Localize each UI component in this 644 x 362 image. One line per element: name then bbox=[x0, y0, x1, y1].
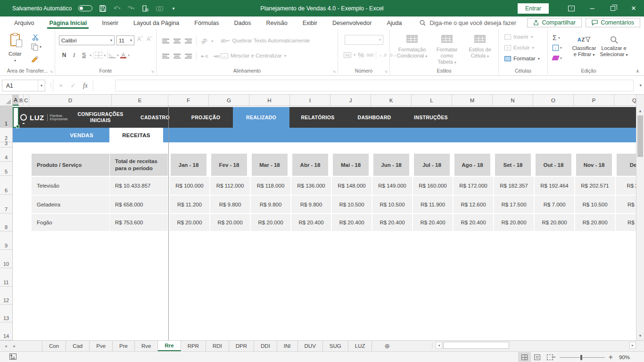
ribbon-display-options-icon[interactable]: ↑ bbox=[561, 0, 582, 16]
page-layout-view-button[interactable] bbox=[531, 352, 544, 362]
autosum-icon[interactable]: Σ bbox=[553, 34, 557, 41]
copy-icon[interactable] bbox=[31, 43, 39, 51]
paste-button[interactable]: Colar bbox=[8, 51, 21, 57]
save-icon[interactable] bbox=[99, 5, 107, 12]
font-color-icon[interactable]: A bbox=[120, 52, 126, 58]
format-as-table-button[interactable]: Formatar comoTabela ▾ bbox=[429, 35, 464, 66]
autosave-toggle[interactable] bbox=[78, 5, 92, 11]
copy-dropdown-icon[interactable]: ▾ bbox=[40, 45, 41, 49]
align-center-icon[interactable] bbox=[173, 54, 181, 59]
selected-cell-a1[interactable] bbox=[13, 107, 19, 128]
cell-month-value[interactable]: R$ 10.500 bbox=[575, 196, 615, 213]
column-header[interactable]: L bbox=[412, 95, 452, 106]
insert-cells-button[interactable]: Inserir▾ bbox=[504, 34, 533, 40]
subnav-tab-receitas[interactable]: RECEITAS bbox=[109, 128, 163, 142]
cell-month-value[interactable]: R$ 20.400 bbox=[413, 214, 453, 231]
table-header-month[interactable]: Abr - 18 bbox=[292, 154, 328, 176]
undo-icon[interactable]: ↶▾ bbox=[113, 5, 121, 12]
fill-color-icon[interactable]: ◺ bbox=[109, 52, 116, 58]
row-header[interactable]: 5 bbox=[0, 162, 12, 176]
macro-record-icon[interactable] bbox=[9, 354, 17, 360]
vertical-scrollbar[interactable]: ▲ ▼ bbox=[636, 95, 644, 340]
camera-icon[interactable] bbox=[156, 5, 163, 12]
find-select-button[interactable]: Localizar eSelecionar ▾ bbox=[600, 34, 628, 58]
cell-month-value[interactable]: R$ 20. bbox=[616, 214, 636, 231]
clear-icon[interactable] bbox=[552, 56, 560, 60]
cell-month-value[interactable]: R$ 118.000 bbox=[251, 177, 290, 195]
cell-month-value[interactable]: R$ 20.000 bbox=[210, 214, 250, 231]
ribbon-tab[interactable]: Desenvolvedor bbox=[325, 16, 379, 29]
scroll-up-icon[interactable]: ▲ bbox=[636, 107, 644, 115]
ribbon-tab[interactable]: Fórmulas bbox=[187, 16, 226, 29]
autosum-dropdown-icon[interactable]: ▾ bbox=[558, 36, 560, 40]
tab-scroll-divider[interactable]: ⋮ bbox=[430, 343, 435, 348]
sort-filter-button[interactable]: AZ Classificare Filtrar ▾ bbox=[570, 34, 599, 58]
column-header-c[interactable]: C bbox=[24, 95, 29, 106]
fill-dropdown-icon[interactable]: ▾ bbox=[560, 46, 562, 50]
enter-icon[interactable]: ✓ bbox=[67, 82, 79, 89]
name-box[interactable]: A1 ▾ bbox=[2, 80, 45, 91]
table-header-month[interactable]: Mai - 18 bbox=[333, 154, 369, 176]
cell-month-value[interactable]: R$ 112.000 bbox=[210, 177, 250, 195]
zoom-out-icon[interactable]: − bbox=[551, 353, 555, 362]
expand-formula-bar-icon[interactable]: ▾ bbox=[639, 83, 642, 88]
cell-total[interactable]: R$ 753.600 bbox=[110, 214, 168, 231]
column-header[interactable]: J bbox=[330, 95, 371, 106]
underline-dropdown-icon[interactable]: ▾ bbox=[90, 53, 91, 58]
cut-icon[interactable] bbox=[32, 34, 39, 41]
row-header[interactable]: 10 bbox=[0, 250, 12, 268]
font-name-combo[interactable]: Calibri▾ bbox=[59, 35, 115, 45]
table-header-month[interactable]: Jan - 18 bbox=[171, 154, 206, 176]
nav-item-configuracoes[interactable]: CONFIGURAÇÕES INICIAIS bbox=[69, 107, 132, 128]
column-header[interactable]: P bbox=[574, 95, 614, 106]
row-header[interactable]: 4 bbox=[0, 148, 12, 162]
vertical-scroll-thumb[interactable] bbox=[637, 115, 643, 157]
italic-button[interactable]: I bbox=[70, 51, 78, 59]
cell-month-value[interactable]: R$ 136.000 bbox=[291, 177, 331, 195]
new-sheet-icon[interactable]: ⊕ bbox=[384, 341, 390, 351]
grow-font-icon[interactable]: Aˆ bbox=[137, 36, 143, 42]
row-header[interactable]: 7 bbox=[0, 195, 12, 214]
table-header-total[interactable]: Total de receitaspara o período bbox=[110, 154, 168, 176]
column-header[interactable]: I bbox=[290, 95, 330, 106]
table-header-month[interactable]: Mar - 18 bbox=[252, 154, 288, 176]
scroll-left-icon[interactable]: ◂ bbox=[436, 342, 442, 349]
orientation-icon[interactable]: ab bbox=[199, 36, 208, 45]
print-preview-icon[interactable] bbox=[141, 5, 149, 12]
sheet-tab[interactable]: Pre bbox=[113, 341, 135, 351]
sheet-tab[interactable]: Pve bbox=[90, 341, 113, 351]
cell-month-value[interactable]: R$ 20.400 bbox=[291, 214, 331, 231]
row-header[interactable]: 13 bbox=[0, 304, 12, 322]
table-header-month[interactable]: Dez bbox=[617, 154, 636, 176]
row-header[interactable]: 12 bbox=[0, 287, 12, 304]
cell-month-value[interactable]: R$ 20.400 bbox=[372, 214, 412, 231]
orientation-dropdown-icon[interactable]: ▾ bbox=[211, 39, 213, 43]
column-header[interactable]: O bbox=[533, 95, 574, 106]
sheet-tab[interactable]: DDI bbox=[254, 341, 277, 351]
delete-cells-button[interactable]: × Excluir▾ bbox=[504, 45, 534, 50]
row-header[interactable]: 9 bbox=[0, 231, 12, 250]
decrease-indent-icon[interactable]: ⇤≡ bbox=[201, 53, 208, 59]
cell-month-value[interactable]: R$ 20.000 bbox=[251, 214, 290, 231]
insert-function-icon[interactable]: fx bbox=[80, 82, 91, 90]
cell-month-value[interactable]: R$ 9.800 bbox=[291, 196, 331, 213]
clear-dropdown-icon[interactable]: ▾ bbox=[560, 56, 562, 60]
cell-month-value[interactable]: R$ 17.500 bbox=[494, 196, 534, 213]
table-header-month[interactable]: Out - 18 bbox=[536, 154, 571, 176]
cell-month-value[interactable]: R$ 9.800 bbox=[251, 196, 290, 213]
row-header[interactable]: 11 bbox=[0, 268, 12, 287]
ribbon-tab[interactable]: Página Inicial bbox=[41, 16, 94, 29]
nav-item-realizado[interactable]: REALIZADO bbox=[233, 107, 289, 128]
worksheet[interactable]: LUZ PlanilhasEmpresariais CONFIGURAÇÕES … bbox=[13, 106, 636, 340]
nav-item-dashboard[interactable]: DASHBOARD bbox=[346, 107, 403, 128]
minimize-icon[interactable]: ─ bbox=[582, 0, 603, 16]
column-header[interactable]: H bbox=[249, 95, 290, 106]
nav-item-relatorios[interactable]: RELATÓRIOS bbox=[289, 107, 346, 128]
align-bottom-icon[interactable] bbox=[185, 39, 192, 44]
column-header[interactable]: N bbox=[493, 95, 533, 106]
cell-month-value[interactable]: R$ 11.200 bbox=[170, 196, 209, 213]
underline-button[interactable]: S bbox=[80, 51, 88, 59]
nav-item-instrucoes[interactable]: INSTRUÇÕES bbox=[403, 107, 459, 128]
sheet-tab[interactable]: INI bbox=[277, 341, 298, 351]
column-header-d[interactable]: D bbox=[29, 95, 112, 106]
